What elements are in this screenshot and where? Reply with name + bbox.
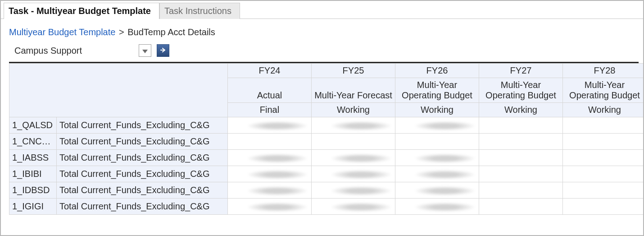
col-fy26-version[interactable]: Working xyxy=(395,103,479,117)
col-fy24[interactable]: FY24 xyxy=(228,64,312,78)
data-cell[interactable] xyxy=(479,150,563,166)
data-cell[interactable] xyxy=(228,199,312,215)
selector-row: Campus Support xyxy=(9,44,639,57)
data-cell[interactable] xyxy=(312,182,395,199)
redacted-value xyxy=(332,170,390,179)
chevron-down-icon xyxy=(142,46,148,56)
redacted-value xyxy=(248,170,307,179)
content-area: Multiyear Budget Template > BudTemp Acct… xyxy=(1,19,643,215)
arrow-right-icon xyxy=(160,46,166,56)
col-fy24-scenario[interactable]: Actual xyxy=(228,78,312,103)
redacted-value xyxy=(332,121,390,130)
data-cell[interactable] xyxy=(228,117,312,134)
col-fy28-version[interactable]: Working xyxy=(563,103,644,117)
redacted-value xyxy=(248,203,307,212)
data-cell[interactable] xyxy=(312,134,395,150)
data-cell[interactable] xyxy=(479,166,563,182)
col-fy27[interactable]: FY27 xyxy=(479,64,563,78)
entity-dropdown-toggle[interactable] xyxy=(139,44,151,57)
data-cell[interactable] xyxy=(228,182,312,199)
redacted-value xyxy=(416,170,474,179)
data-cell[interactable] xyxy=(312,166,395,182)
col-fy25-scenario[interactable]: Multi-Year Forecast xyxy=(312,78,395,103)
table-row: 1_QALSDTotal Current_Funds_Excluding_C&G xyxy=(9,117,644,134)
col-fy24-version[interactable]: Final xyxy=(228,103,312,117)
row-code[interactable]: 1_IBIBI xyxy=(9,166,57,182)
redacted-value xyxy=(248,154,307,163)
data-cell[interactable] xyxy=(312,117,395,134)
data-grid-wrap: FY24 FY25 FY26 FY27 FY28 Actual Multi-Ye… xyxy=(9,62,639,215)
data-grid: FY24 FY25 FY26 FY27 FY28 Actual Multi-Ye… xyxy=(9,63,644,215)
entity-dropdown[interactable]: Campus Support xyxy=(14,44,136,57)
data-cell[interactable] xyxy=(312,199,395,215)
data-cell[interactable] xyxy=(395,182,479,199)
col-fy25-version[interactable]: Working xyxy=(312,103,395,117)
data-cell[interactable] xyxy=(479,182,563,199)
row-desc[interactable]: Total Current_Funds_Excluding_C&G xyxy=(57,199,228,215)
col-fy26[interactable]: FY26 xyxy=(395,64,479,78)
row-desc[interactable]: Total Current_Funds_Excluding_C&G xyxy=(57,117,228,134)
breadcrumb-separator: > xyxy=(118,27,125,37)
table-row: 1_IDBSDTotal Current_Funds_Excluding_C&G xyxy=(9,182,644,199)
table-row: 1_CNCNDTotal Current_Funds_Excluding_C&G xyxy=(9,134,644,150)
row-code[interactable]: 1_IGIGI xyxy=(9,199,57,215)
redacted-value xyxy=(416,203,474,212)
data-cell[interactable] xyxy=(228,134,312,150)
table-row: 1_IBIBITotal Current_Funds_Excluding_C&G xyxy=(9,166,644,182)
col-fy27-version[interactable]: Working xyxy=(479,103,563,117)
table-row: 1_IGIGITotal Current_Funds_Excluding_C&G xyxy=(9,199,644,215)
data-cell[interactable] xyxy=(228,166,312,182)
row-desc[interactable]: Total Current_Funds_Excluding_C&G xyxy=(57,150,228,166)
data-cell[interactable] xyxy=(228,150,312,166)
redacted-value xyxy=(332,154,390,163)
data-cell[interactable] xyxy=(395,199,479,215)
svg-marker-0 xyxy=(142,50,148,53)
col-fy26-scenario[interactable]: Multi-Year Operating Budget xyxy=(395,78,479,103)
redacted-value xyxy=(248,186,307,195)
redacted-value xyxy=(332,186,390,195)
data-cell[interactable] xyxy=(479,134,563,150)
redacted-value xyxy=(416,121,474,130)
row-code[interactable]: 1_CNCND xyxy=(9,134,57,150)
row-desc[interactable]: Total Current_Funds_Excluding_C&G xyxy=(57,134,228,150)
row-code[interactable]: 1_IABSS xyxy=(9,150,57,166)
tab-bar: Task - Multiyear Budget Template Task In… xyxy=(1,1,643,19)
row-desc[interactable]: Total Current_Funds_Excluding_C&G xyxy=(57,166,228,182)
data-cell[interactable] xyxy=(395,117,479,134)
data-cell[interactable] xyxy=(395,134,479,150)
entity-dropdown-value: Campus Support xyxy=(14,46,136,56)
data-cell[interactable] xyxy=(563,166,644,182)
row-code[interactable]: 1_QALSD xyxy=(9,117,57,134)
tab-task-template[interactable]: Task - Multiyear Budget Template xyxy=(4,3,159,19)
row-desc[interactable]: Total Current_Funds_Excluding_C&G xyxy=(57,182,228,199)
breadcrumb-link[interactable]: Multiyear Budget Template xyxy=(9,27,115,37)
data-cell[interactable] xyxy=(395,150,479,166)
tab-task-instructions[interactable]: Task Instructions xyxy=(159,3,240,19)
data-cell[interactable] xyxy=(563,117,644,134)
data-cell[interactable] xyxy=(563,199,644,215)
breadcrumb: Multiyear Budget Template > BudTemp Acct… xyxy=(9,27,639,37)
data-cell[interactable] xyxy=(479,117,563,134)
data-cell[interactable] xyxy=(312,150,395,166)
row-code[interactable]: 1_IDBSD xyxy=(9,182,57,199)
data-cell[interactable] xyxy=(479,199,563,215)
col-fy28-scenario[interactable]: Multi-Year Operating Budget xyxy=(563,78,644,103)
data-cell[interactable] xyxy=(563,150,644,166)
table-row: 1_IABSSTotal Current_Funds_Excluding_C&G xyxy=(9,150,644,166)
header-blank xyxy=(9,64,228,117)
data-cell[interactable] xyxy=(563,134,644,150)
data-cell[interactable] xyxy=(395,166,479,182)
col-fy25[interactable]: FY25 xyxy=(312,64,395,78)
header-row-fy: FY24 FY25 FY26 FY27 FY28 xyxy=(9,64,644,78)
redacted-value xyxy=(248,121,307,130)
redacted-value xyxy=(416,186,474,195)
breadcrumb-current: BudTemp Acct Details xyxy=(127,27,215,37)
col-fy28[interactable]: FY28 xyxy=(563,64,644,78)
redacted-value xyxy=(332,203,390,212)
go-button[interactable] xyxy=(157,44,169,57)
data-cell[interactable] xyxy=(563,182,644,199)
redacted-value xyxy=(416,154,474,163)
col-fy27-scenario[interactable]: Multi-Year Operating Budget xyxy=(479,78,563,103)
